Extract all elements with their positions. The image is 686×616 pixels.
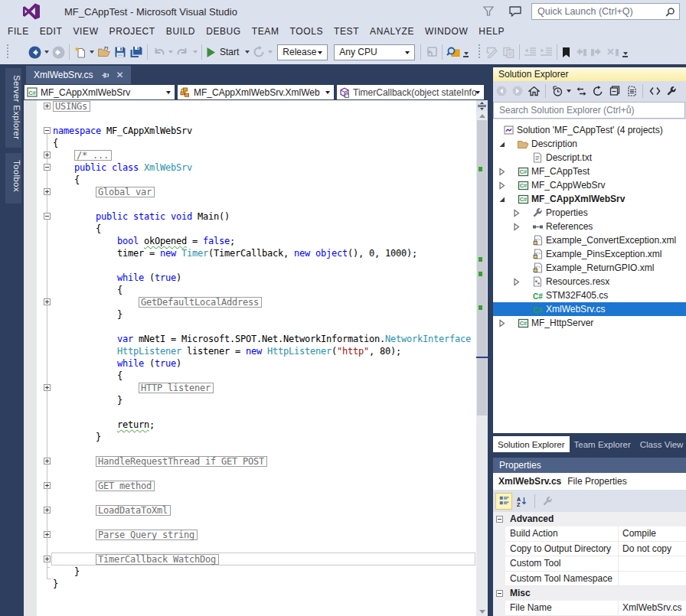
collapse-region-button[interactable]	[44, 164, 51, 171]
expand-region-button[interactable]	[44, 103, 51, 109]
code-line[interactable]	[53, 468, 476, 480]
configuration-combo[interactable]: Release	[277, 44, 328, 60]
expand-region-button[interactable]	[44, 531, 51, 538]
expand-arrow-icon[interactable]	[512, 209, 521, 217]
tree-item-resources-resx[interactable]: Resources.resx	[493, 275, 686, 288]
code-line[interactable]: public static void Main()	[53, 210, 476, 223]
tree-item-references[interactable]: References	[493, 220, 686, 233]
tree-item-description[interactable]: Description	[493, 137, 686, 151]
collapsed-region[interactable]: /* ...	[74, 150, 112, 161]
refresh-dropdown[interactable]	[268, 51, 273, 54]
editor-splitter-handle[interactable]	[476, 100, 488, 111]
save-button[interactable]	[113, 43, 128, 61]
tree-item-mf-capptest[interactable]: C#MF_CAppTest	[493, 165, 686, 178]
collapse-arrow-icon[interactable]	[498, 195, 506, 204]
code-line[interactable]	[53, 406, 476, 419]
code-line[interactable]: {	[53, 370, 476, 382]
pin-icon[interactable]	[101, 71, 109, 80]
expand-region-button[interactable]	[44, 152, 51, 158]
code-line[interactable]	[53, 259, 476, 272]
expand-region-button[interactable]	[44, 556, 51, 562]
code-line[interactable]: {	[53, 137, 476, 149]
properties-object-row[interactable]: XmlWebSrv.cs File Properties	[493, 473, 686, 490]
expand-arrow-icon[interactable]	[512, 278, 521, 286]
navigate-backward-dropdown[interactable]	[44, 51, 49, 54]
tree-item-solution-mf-capptest-4-projects[interactable]: Solution 'MF_CAppTest' (4 projects)	[493, 123, 686, 137]
property-row-copy-to-output-directory[interactable]: Copy to Output DirectoryDo not copy	[493, 542, 686, 556]
se-show-all-files-button[interactable]	[622, 83, 639, 99]
menu-item-window[interactable]: WINDOW	[420, 24, 473, 39]
code-line[interactable]: GET method	[53, 480, 476, 492]
code-line[interactable]: }	[53, 565, 476, 578]
redo-button[interactable]	[175, 43, 191, 61]
new-file-button[interactable]	[72, 43, 88, 61]
platform-combo[interactable]: Any CPU	[334, 44, 415, 60]
collapsed-region[interactable]: HTTP listener	[139, 383, 214, 393]
dock-tab-server-explorer[interactable]: Server Explorer	[5, 68, 21, 148]
menu-item-project[interactable]: PROJECT	[104, 24, 161, 39]
expand-region-button[interactable]	[44, 384, 51, 391]
properties-categorized-button[interactable]	[495, 493, 512, 510]
code-line[interactable]: Global var	[53, 186, 476, 198]
code-line[interactable]: USINGs	[53, 100, 476, 112]
expand-region-button[interactable]	[44, 507, 51, 513]
toggle-bookmark-button[interactable]	[560, 43, 573, 61]
navigate-backward-button[interactable]	[27, 43, 43, 61]
start-button-label[interactable]: Start	[220, 47, 239, 57]
expand-arrow-icon[interactable]	[498, 319, 506, 328]
property-row-custom-tool-namespace[interactable]: Custom Tool Namespace	[493, 572, 686, 586]
menu-item-debug[interactable]: DEBUG	[201, 24, 247, 39]
property-row-file-name[interactable]: File NameXmlWebSrv.cs	[493, 601, 686, 615]
expand-arrow-icon[interactable]	[498, 181, 506, 190]
menu-item-build[interactable]: BUILD	[161, 24, 201, 39]
expand-region-button[interactable]	[44, 458, 51, 464]
property-value[interactable]	[618, 556, 686, 571]
toolbar-overflow-button[interactable]	[463, 52, 469, 57]
se-home-button[interactable]	[525, 83, 542, 99]
undo-dropdown[interactable]	[168, 51, 173, 54]
tree-item-example-convertexception-xml[interactable]: <>Example_ConvertException.xml	[493, 233, 686, 247]
collapsed-region[interactable]: Global var	[96, 187, 155, 197]
code-line[interactable]: timer = new Timer(TimerCallback, new obj…	[53, 247, 476, 259]
editor-vertical-scrollbar[interactable]	[476, 100, 488, 616]
se-refresh-button[interactable]	[590, 83, 606, 99]
tree-item-mf-httpserver[interactable]: C#MF_HttpServer	[493, 316, 686, 330]
search-icon[interactable]	[665, 7, 675, 17]
menu-item-file[interactable]: FILE	[2, 24, 34, 39]
find-in-files-button[interactable]	[445, 43, 462, 61]
se-forward-button[interactable]	[509, 83, 525, 99]
code-line[interactable]: while (true)	[53, 272, 476, 284]
tree-item-example-pinsexception-xml[interactable]: <>Example_PinsException.xml	[493, 247, 686, 261]
collapsed-region[interactable]: GET method	[96, 481, 155, 491]
decrease-indent-button[interactable]	[522, 43, 538, 61]
panel-tab-solution-explorer[interactable]: Solution Explorer	[493, 436, 570, 452]
code-text-area[interactable]: USINGsnamespace MF_CAppXmlWebSrv{ /* ...…	[53, 100, 476, 616]
code-line[interactable]: }	[53, 578, 476, 590]
tree-item-properties[interactable]: Properties	[493, 206, 686, 220]
collapsed-region[interactable]: HandleRequestThread if GET POST	[96, 456, 267, 467]
previous-bookmark-button[interactable]	[573, 43, 589, 61]
collapsed-region[interactable]: Parse Query string	[96, 530, 198, 540]
tree-item-mf-cappwebsrv[interactable]: C#MF_CAppWebSrv	[493, 178, 686, 192]
increase-indent-button[interactable]	[538, 43, 554, 61]
open-file-button[interactable]	[96, 43, 113, 61]
collapsed-region[interactable]: USINGs	[53, 101, 90, 112]
quick-launch-box[interactable]	[531, 3, 680, 20]
clear-bookmarks-button[interactable]	[605, 43, 621, 61]
tree-item-xmlwebsrv-cs[interactable]: C#XmlWebSrv.cs	[493, 302, 686, 316]
code-line[interactable]: {	[53, 223, 476, 235]
code-line[interactable]: return;	[53, 419, 476, 431]
expand-region-button[interactable]	[44, 188, 51, 195]
save-all-button[interactable]	[128, 43, 145, 61]
collapse-region-button[interactable]	[44, 127, 51, 134]
property-row-custom-tool[interactable]: Custom Tool	[493, 556, 686, 571]
scroll-up-arrow[interactable]	[476, 111, 488, 120]
code-line[interactable]: {	[53, 284, 476, 296]
code-line[interactable]: }	[53, 394, 476, 406]
code-line[interactable]: GetDefaultLocalAddress	[53, 296, 476, 308]
chevron-down-icon[interactable]	[567, 90, 571, 93]
code-line[interactable]	[53, 541, 476, 553]
new-file-dropdown[interactable]	[90, 51, 94, 54]
quick-launch-input[interactable]	[537, 6, 665, 17]
code-line[interactable]	[53, 492, 476, 504]
